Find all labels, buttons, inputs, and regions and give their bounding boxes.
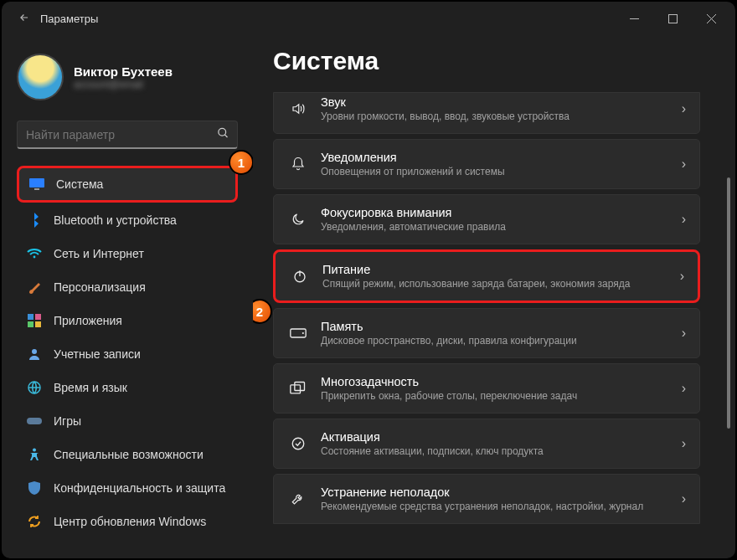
panel-power[interactable]: ПитаниеСпящий режим, использование заряд… [273, 249, 700, 303]
storage-icon [289, 327, 307, 339]
panel-title: Фокусировка внимания [321, 205, 668, 220]
update-icon [27, 514, 42, 529]
chevron-right-icon: › [682, 157, 686, 172]
sidebar-item-windows-update[interactable]: Центр обновления Windows [17, 506, 238, 537]
avatar [17, 54, 64, 100]
svg-rect-12 [35, 321, 41, 327]
scrollbar-thumb[interactable] [727, 177, 730, 429]
scrollbar[interactable] [727, 144, 730, 533]
chevron-right-icon: › [682, 212, 686, 227]
sidebar: Виктор Бухтеев account@email Система 1 [2, 35, 253, 558]
chevron-right-icon: › [680, 269, 684, 284]
svg-rect-10 [35, 314, 41, 320]
back-button[interactable] [13, 12, 35, 26]
sidebar-item-label: Игры [54, 414, 81, 428]
sidebar-item-label: Время и язык [54, 381, 127, 394]
panel-title: Уведомления [321, 150, 668, 165]
svg-rect-9 [28, 314, 34, 320]
panel-subtitle: Рекомендуемые средства устранения непола… [321, 500, 668, 513]
svg-rect-11 [28, 321, 34, 327]
chevron-right-icon: › [682, 491, 686, 506]
check-icon [289, 436, 307, 451]
minimize-button[interactable] [615, 3, 653, 33]
panel-sound[interactable]: ЗвукУровни громкости, вывод, ввод, звуко… [273, 92, 700, 134]
svg-point-4 [219, 128, 226, 136]
accessibility-icon [27, 447, 42, 462]
profile-block[interactable]: Виктор Бухтеев account@email [17, 54, 238, 100]
panel-subtitle: Состояние активации, подписки, ключ прод… [321, 444, 668, 458]
svg-point-13 [32, 349, 37, 354]
search-box [17, 121, 238, 149]
maximize-button[interactable] [653, 3, 692, 33]
chevron-right-icon: › [682, 436, 686, 451]
monitor-icon [29, 177, 44, 192]
callout-badge-2: 2 [253, 299, 272, 324]
sidebar-item-label: Конфиденциальность и защита [54, 481, 225, 495]
panel-title: Звук [321, 95, 668, 110]
panel-title: Многозадачность [321, 374, 668, 389]
svg-rect-1 [668, 14, 677, 23]
sidebar-item-accessibility[interactable]: Специальные возможности [17, 439, 238, 470]
sidebar-item-label: Учетные записи [54, 347, 141, 361]
power-icon [291, 269, 309, 284]
sidebar-item-label: Центр обновления Windows [54, 515, 206, 528]
sidebar-item-personalization[interactable]: Персонализация [17, 271, 238, 303]
page-title: Система [273, 47, 700, 75]
svg-point-8 [34, 256, 36, 259]
svg-point-20 [302, 332, 304, 334]
panel-storage[interactable]: ПамятьДисковое пространство, диски, прав… [273, 308, 700, 358]
window-title: Параметры [40, 13, 615, 25]
svg-rect-15 [27, 418, 42, 424]
person-icon [27, 347, 42, 362]
svg-rect-21 [291, 385, 301, 393]
wrench-icon [289, 491, 307, 506]
apps-icon [27, 313, 42, 328]
sidebar-item-accounts[interactable]: Учетные записи [17, 338, 238, 370]
shield-icon [27, 480, 42, 496]
sidebar-item-bluetooth[interactable]: Bluetooth и устройства [17, 204, 238, 236]
callout-badge-1: 1 [229, 150, 253, 175]
panel-multitasking[interactable]: МногозадачностьПрикрепить окна, рабочие … [273, 363, 700, 414]
panel-notifications[interactable]: УведомленияОповещения от приложений и си… [273, 139, 700, 189]
svg-rect-6 [29, 178, 44, 188]
main-content: Система ЗвукУровни громкости, вывод, вво… [253, 35, 735, 558]
svg-line-5 [224, 135, 227, 137]
chevron-right-icon: › [682, 381, 686, 396]
sidebar-item-system[interactable]: Система 1 [17, 166, 238, 203]
panel-subtitle: Уровни громкости, вывод, ввод, звуковые … [321, 110, 668, 123]
sidebar-item-gaming[interactable]: Игры [17, 405, 238, 437]
panel-subtitle: Прикрепить окна, рабочие столы, переключ… [321, 389, 668, 403]
sidebar-item-label: Bluetooth и устройства [54, 213, 177, 227]
bell-icon [289, 156, 307, 172]
sidebar-item-network[interactable]: Сеть и Интернет [17, 238, 238, 270]
sidebar-item-apps[interactable]: Приложения [17, 305, 238, 337]
user-name: Виктор Бухтеев [74, 64, 173, 79]
settings-window: Параметры Виктор Бухтеев account@email [2, 2, 735, 558]
panel-title: Память [321, 319, 668, 334]
search-input[interactable] [17, 121, 238, 149]
sound-icon [289, 101, 307, 116]
panel-subtitle: Дисковое пространство, диски, правила ко… [321, 334, 668, 347]
sidebar-item-label: Приложения [54, 314, 122, 327]
panel-subtitle: Оповещения от приложений и системы [321, 165, 668, 178]
sidebar-item-label: Сеть и Интернет [54, 247, 144, 260]
svg-point-16 [33, 449, 36, 452]
panel-title: Питание [322, 262, 667, 277]
panel-focus-assist[interactable]: Фокусировка вниманияУведомления, автомат… [273, 194, 700, 244]
close-button[interactable] [692, 3, 730, 33]
sidebar-item-privacy[interactable]: Конфиденциальность и защита [17, 472, 238, 504]
globe-icon [27, 380, 42, 395]
brush-icon [27, 280, 42, 295]
svg-rect-22 [295, 383, 305, 391]
panel-title: Активация [321, 429, 668, 444]
moon-icon [289, 212, 307, 227]
search-icon [217, 127, 229, 143]
sidebar-item-time-language[interactable]: Время и язык [17, 372, 238, 403]
panel-subtitle: Спящий режим, использование заряда батар… [322, 277, 667, 290]
wifi-icon [27, 246, 42, 261]
bluetooth-icon [27, 213, 42, 228]
sidebar-item-label: Система [56, 177, 103, 191]
panel-troubleshoot[interactable]: Устранение неполадокРекомендуемые средст… [273, 474, 700, 524]
panel-activation[interactable]: АктивацияСостояние активации, подписки, … [273, 419, 700, 469]
nav-list: Система 1 Bluetooth и устройства Сеть и … [17, 166, 238, 537]
